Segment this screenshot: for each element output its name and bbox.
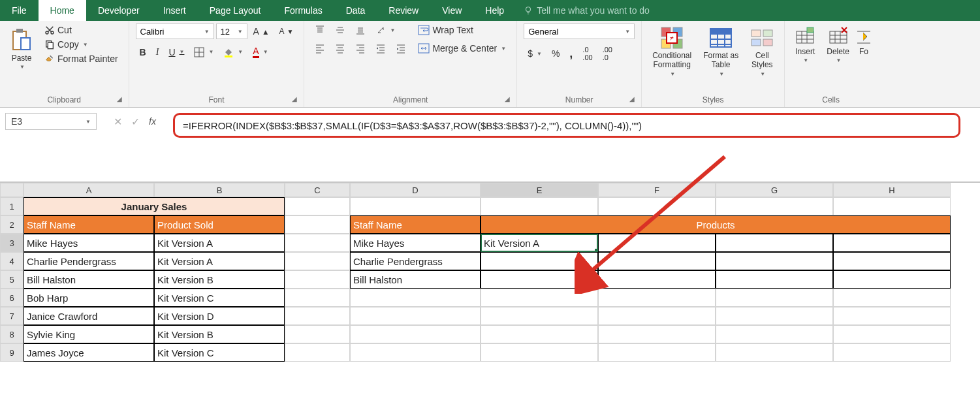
cell-g7[interactable] (716, 307, 833, 325)
cell-a2[interactable]: Staff Name (24, 215, 154, 234)
cell-g1[interactable] (716, 197, 833, 215)
decrease-indent-button[interactable] (371, 42, 390, 55)
align-middle-button[interactable] (331, 24, 349, 37)
paste-button[interactable]: Paste▼ (7, 24, 37, 73)
menu-formulas[interactable]: Formulas (272, 0, 334, 21)
tell-me-search[interactable]: Tell me what you want to do (516, 0, 650, 21)
col-header-h[interactable]: H (833, 183, 951, 197)
cell-f6[interactable] (598, 289, 716, 307)
col-header-f[interactable]: F (598, 183, 716, 197)
cell-a1[interactable]: January Sales (24, 197, 285, 215)
cell-b4[interactable]: Kit Version A (154, 252, 285, 270)
cell-a7[interactable]: Janice Crawford (24, 307, 154, 325)
cell-d4[interactable]: Charlie Pendergrass (350, 252, 481, 270)
underline-button[interactable]: U▼ (165, 46, 188, 59)
font-name-combo[interactable]: Calibri▼ (136, 24, 214, 39)
cell-f9[interactable] (598, 343, 716, 362)
cell-e3[interactable]: Kit Version A (481, 234, 598, 252)
cell-e6[interactable] (481, 289, 598, 307)
cell-e9[interactable] (481, 343, 598, 362)
cell-c2[interactable] (285, 215, 350, 234)
row-header-5[interactable]: 5 (0, 270, 24, 289)
select-all-corner[interactable] (0, 183, 24, 197)
cell-b3[interactable]: Kit Version A (154, 234, 285, 252)
accounting-format-button[interactable]: $▼ (524, 47, 546, 60)
menu-data[interactable]: Data (334, 0, 377, 21)
cell-g8[interactable] (716, 325, 833, 343)
cell-g6[interactable] (716, 289, 833, 307)
row-header-7[interactable]: 7 (0, 307, 24, 325)
menu-home[interactable]: Home (39, 0, 86, 21)
cell-e4[interactable] (481, 252, 598, 270)
italic-button[interactable]: I (152, 46, 163, 59)
cell-h6[interactable] (833, 289, 951, 307)
cell-h4[interactable] (833, 252, 951, 270)
cell-e5[interactable] (481, 270, 598, 289)
col-header-e[interactable]: E (481, 183, 598, 197)
cell-b6[interactable]: Kit Version C (154, 289, 285, 307)
alignment-launcher[interactable]: ◢ (505, 95, 510, 102)
row-header-3[interactable]: 3 (0, 234, 24, 252)
cell-f8[interactable] (598, 325, 716, 343)
cell-styles-button[interactable]: Cell Styles▼ (746, 24, 778, 80)
fx-icon[interactable]: fx (149, 116, 156, 127)
increase-font-button[interactable]: A▲ (249, 25, 274, 38)
row-header-6[interactable]: 6 (0, 289, 24, 307)
conditional-formatting-button[interactable]: ≠ Conditional Formatting▼ (648, 24, 695, 80)
insert-cells-button[interactable]: Insert▼ (791, 24, 819, 67)
cell-a4[interactable]: Charlie Pendergrass (24, 252, 154, 270)
cell-d5[interactable]: Bill Halston (350, 270, 481, 289)
border-button[interactable]: ▼ (190, 46, 217, 59)
cell-h5[interactable] (833, 270, 951, 289)
col-header-a[interactable]: A (24, 183, 154, 197)
font-color-button[interactable]: A▼ (249, 44, 272, 59)
cell-f7[interactable] (598, 307, 716, 325)
clipboard-launcher[interactable]: ◢ (117, 95, 122, 102)
cell-c1[interactable] (285, 197, 350, 215)
font-size-combo[interactable]: 12▼ (216, 24, 247, 39)
merge-center-button[interactable]: Merge & Center▼ (414, 42, 510, 55)
cell-c8[interactable] (285, 325, 350, 343)
cell-a5[interactable]: Bill Halston (24, 270, 154, 289)
cell-g9[interactable] (716, 343, 833, 362)
cell-a8[interactable]: Sylvie King (24, 325, 154, 343)
align-center-button[interactable] (331, 42, 349, 55)
row-header-4[interactable]: 4 (0, 252, 24, 270)
cell-h9[interactable] (833, 343, 951, 362)
cell-d6[interactable] (350, 289, 481, 307)
col-header-g[interactable]: G (716, 183, 833, 197)
cell-e7[interactable] (481, 307, 598, 325)
col-header-d[interactable]: D (350, 183, 481, 197)
align-top-button[interactable] (311, 24, 329, 37)
menu-developer[interactable]: Developer (86, 0, 151, 21)
cell-f4[interactable] (598, 252, 716, 270)
orientation-button[interactable]: ▼ (371, 24, 399, 37)
cell-b8[interactable]: Kit Version B (154, 325, 285, 343)
copy-button[interactable]: Copy▼ (40, 38, 122, 51)
cell-c4[interactable] (285, 252, 350, 270)
accept-formula-button[interactable]: ✓ (131, 116, 140, 128)
cell-c9[interactable] (285, 343, 350, 362)
percent-format-button[interactable]: % (548, 47, 563, 60)
cell-f1[interactable] (598, 197, 716, 215)
cell-c7[interactable] (285, 307, 350, 325)
number-format-combo[interactable]: General▼ (524, 24, 635, 39)
cell-d9[interactable] (350, 343, 481, 362)
row-header-1[interactable]: 1 (0, 197, 24, 215)
cancel-formula-button[interactable]: ✕ (114, 116, 122, 128)
col-header-b[interactable]: B (154, 183, 285, 197)
cell-a6[interactable]: Bob Harp (24, 289, 154, 307)
increase-indent-button[interactable] (392, 42, 410, 55)
align-bottom-button[interactable] (351, 24, 370, 37)
cell-b9[interactable]: Kit Version C (154, 343, 285, 362)
decrease-font-button[interactable]: A▼ (275, 25, 297, 37)
menu-help[interactable]: Help (473, 0, 516, 21)
cell-f5[interactable] (598, 270, 716, 289)
cell-d3[interactable]: Mike Hayes (350, 234, 481, 252)
cell-h1[interactable] (833, 197, 951, 215)
cell-d7[interactable] (350, 307, 481, 325)
col-header-c[interactable]: C (285, 183, 350, 197)
row-header-2[interactable]: 2 (0, 215, 24, 234)
formula-input[interactable]: =IFERROR(INDEX($B$3:$B$37,SMALL(IF(D$3=$… (173, 113, 960, 138)
cell-h3[interactable] (833, 234, 951, 252)
